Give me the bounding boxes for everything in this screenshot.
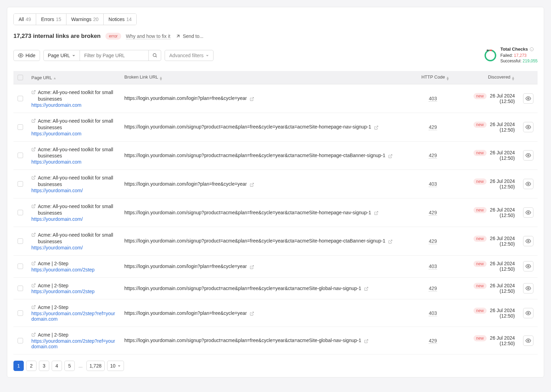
advanced-filters-button[interactable]: Advanced filters [165,50,214,61]
info-icon[interactable] [530,47,534,51]
new-badge: new [474,283,487,289]
col-broken-url[interactable]: Broken Link URL▲▼ [120,71,412,84]
broken-link-url[interactable]: https://login.yourdomain.com/signup?prod… [124,238,385,244]
view-button[interactable] [523,207,533,218]
col-page-url[interactable]: Page URL▲ [27,71,120,84]
broken-link-url[interactable]: https://login.yourdomain.com/signup?prod… [124,338,361,343]
row-checkbox[interactable] [18,338,23,343]
col-http-code[interactable]: HTTP Code▲▼ [412,71,454,84]
page-url-link[interactable]: https://yourdomain.com [31,159,116,165]
table-row: Acme: All-you-need toolkit for small bus… [13,113,538,141]
page-3[interactable]: 3 [39,361,49,371]
row-checkbox[interactable] [18,264,23,269]
page-title[interactable]: Acme | 2-Step [38,304,68,311]
page-title[interactable]: Acme: All-you-need toolkit for small bus… [38,89,116,102]
page-url-link[interactable]: https://yourdomain.com [31,102,116,108]
broken-link-url[interactable]: https://login.yourdomain.com/login?plan=… [124,181,247,187]
page-url-link[interactable]: https://yourdomain.com/ [31,216,116,222]
filter-field-dropdown[interactable]: Page URL [43,50,80,61]
row-checkbox[interactable] [18,124,23,130]
view-button[interactable] [523,336,533,346]
http-code[interactable]: 403 [429,181,437,187]
http-code[interactable]: 429 [429,153,437,158]
discovered-date: 26 Jul 2024 (12:50) [490,178,515,189]
why-how-link[interactable]: Why and how to fix it [126,33,170,39]
select-all-checkbox[interactable] [18,75,23,80]
view-button[interactable] [523,93,533,104]
view-button[interactable] [523,236,533,246]
broken-link-url[interactable]: https://login.yourdomain.com/signup?prod… [124,153,385,158]
http-code[interactable]: 403 [429,96,437,102]
eye-icon [526,286,531,291]
search-button[interactable] [149,50,161,61]
page-last[interactable]: 1,728 [86,361,105,371]
discovered-date: 26 Jul 2024 (12:50) [490,308,515,319]
http-code[interactable]: 429 [429,338,437,344]
tab-notices[interactable]: Notices 14 [104,14,136,25]
hide-button[interactable]: Hide [13,50,40,61]
tab-all[interactable]: All 49 [14,14,36,25]
broken-link-url[interactable]: https://login.yourdomain.com/signup?prod… [124,286,361,291]
page-url-link[interactable]: https://yourdomain.com/2step?ref=yourdom… [31,338,116,349]
page-url-link[interactable]: https://yourdomain.com/ [31,245,116,250]
page-title[interactable]: Acme: All-you-need toolkit for small bus… [38,118,116,131]
page-url-link[interactable]: https://yourdomain.com/2step?ref=yourdom… [31,311,116,322]
send-to-button[interactable]: Send to... [175,33,204,39]
page-1[interactable]: 1 [13,361,24,371]
row-checkbox[interactable] [18,286,23,291]
col-discovered[interactable]: Discovered▲▼ [454,71,519,84]
external-link-icon [31,175,36,180]
broken-link-url[interactable]: https://login.yourdomain.com/login?plan=… [124,310,247,316]
http-code[interactable]: 403 [429,264,437,269]
row-checkbox[interactable] [18,181,23,187]
view-button[interactable] [523,150,533,161]
tab-warnings[interactable]: Warnings 20 [66,14,104,25]
row-checkbox[interactable] [18,153,23,158]
page-2[interactable]: 2 [26,361,37,371]
view-button[interactable] [523,179,533,189]
broken-link-url[interactable]: https://login.yourdomain.com/login?plan=… [124,264,247,269]
broken-link-url[interactable]: https://login.yourdomain.com/login?plan=… [124,95,247,101]
page-url-link[interactable]: https://yourdomain.com/ [31,188,116,193]
page-4[interactable]: 4 [52,361,62,371]
row-checkbox[interactable] [18,238,23,244]
external-link-icon [388,239,393,244]
view-button[interactable] [523,308,533,318]
view-button[interactable] [523,283,533,293]
page-title[interactable]: Acme: All-you-need toolkit for small bus… [38,146,116,159]
broken-link-url[interactable]: https://login.yourdomain.com/signup?prod… [124,210,371,215]
page-title[interactable]: Acme: All-you-need toolkit for small bus… [38,232,116,245]
eye-icon [526,238,531,244]
svg-point-0 [20,55,21,56]
page-title[interactable]: Acme: All-you-need toolkit for small bus… [38,203,116,216]
share-icon [175,33,181,39]
row-checkbox[interactable] [18,96,23,101]
http-code[interactable]: 429 [429,286,437,291]
row-checkbox[interactable] [18,310,23,316]
external-link-icon [31,261,36,266]
pagination-ellipsis: ... [77,363,84,369]
row-checkbox[interactable] [18,210,23,215]
tab-errors[interactable]: Errors 15 [36,14,66,25]
page-url-link[interactable]: https://yourdomain.com/2step [31,267,116,272]
per-page-select[interactable]: 10 [107,361,124,371]
view-button[interactable] [523,261,533,271]
http-code[interactable]: 403 [429,310,437,316]
page-title[interactable]: Acme | 2-Step [38,260,68,267]
table-row: Acme | 2-Stephttps://yourdomain.com/2ste… [13,255,538,277]
discovered-date: 26 Jul 2024 (12:50) [490,236,515,247]
broken-link-url[interactable]: https://login.yourdomain.com/signup?prod… [124,124,371,130]
page-url-link[interactable]: https://yourdomain.com [31,131,116,136]
page-title[interactable]: Acme | 2-Step [38,282,68,289]
page-title[interactable]: Acme: All-you-need toolkit for small bus… [38,175,116,188]
filter-input[interactable] [80,50,149,61]
page-title[interactable]: Acme | 2-Step [38,332,68,338]
http-code[interactable]: 429 [429,210,437,216]
discovered-date: 26 Jul 2024 (12:50) [490,207,515,218]
discovered-date: 26 Jul 2024 (12:50) [490,283,515,294]
view-button[interactable] [523,122,533,132]
page-5[interactable]: 5 [64,361,75,371]
http-code[interactable]: 429 [429,238,437,244]
http-code[interactable]: 429 [429,124,437,130]
page-url-link[interactable]: https://yourdomain.com/2step [31,289,116,294]
